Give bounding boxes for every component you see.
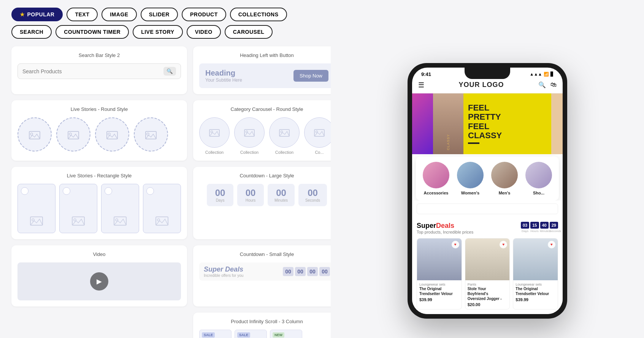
tag-text[interactable]: TEXT <box>67 8 98 21</box>
tag-product[interactable]: PRODUCT <box>182 8 226 21</box>
cd-sm-0: 00 <box>283 267 293 276</box>
phone-frame: 9:41 ▲▲▲ 📶 ▊ ☰ YOUR LOGO 🔍 🛍 <box>408 63 567 319</box>
widget-product-infinity[interactable]: Product Infinity Scroll - 3 Column SALE … <box>193 313 331 338</box>
svg-point-5 <box>108 133 110 135</box>
heart-icon-2[interactable]: ♥ <box>500 241 507 248</box>
product-card-3[interactable]: ♥ Loungewear sets The Original Trendsett… <box>513 238 558 310</box>
hero-carousel[interactable]: CLASSY FEEL PRETTY FEEL CLASSY <box>412 93 563 154</box>
products-row: ♥ Loungewear sets The Original Trendsett… <box>417 238 558 310</box>
cd-sm-3: 00 <box>319 267 330 276</box>
product-badge-3: NEW <box>273 332 284 338</box>
product-card-cat-1: Loungewear sets <box>419 283 459 286</box>
ct-days: 03 <box>521 222 529 229</box>
cd-sm-2: 00 <box>307 267 318 276</box>
ct-minutes: 40 <box>540 222 549 229</box>
category-item-1[interactable]: Collection <box>199 117 230 155</box>
collection-name-accessories: Accessories <box>424 191 449 195</box>
widget-countdown-small[interactable]: Countdown - Small Style Super Deals Incr… <box>193 245 331 306</box>
tag-countdown-timer[interactable]: COUNTDOWN TIMER <box>56 25 129 39</box>
left-panel: ★ POPULAR TEXT IMAGE SLIDER PRODUCT COLL… <box>0 0 331 338</box>
tag-carousel[interactable]: CAROUSEL <box>225 25 273 39</box>
story-rect-4[interactable] <box>143 184 181 233</box>
collection-accessories[interactable]: Accessories <box>419 162 453 195</box>
collection-womens[interactable]: Women's <box>453 162 487 195</box>
menu-icon[interactable]: ☰ <box>418 81 424 89</box>
countdown-small-brand: Super Deals <box>204 265 243 273</box>
signal-icon: ▲▲▲ <box>530 72 542 76</box>
widget-title-countdown-small: Countdown - Small Style <box>199 251 331 257</box>
tag-image[interactable]: IMAGE <box>102 8 136 21</box>
phone-wrapper: 9:41 ▲▲▲ 📶 ▊ ☰ YOUR LOGO 🔍 🛍 <box>408 63 567 319</box>
stories-round-list <box>17 117 181 152</box>
phone-notch <box>465 68 510 79</box>
search-input[interactable] <box>22 68 163 74</box>
product-card-2[interactable]: ♥ Pants Stole Your Boyfriend's Oversized… <box>465 238 510 310</box>
wifi-icon: 📶 <box>544 72 549 77</box>
widget-category-carousel[interactable]: Category Carousel - Round Style Collecti… <box>193 100 331 161</box>
product-thumb-3[interactable]: NEW <box>270 330 302 338</box>
phone-cart-icon[interactable]: 🛍 <box>550 81 557 88</box>
category-label-3: Collection <box>275 150 293 155</box>
play-button[interactable]: ▶ <box>90 272 108 291</box>
tag-live-story[interactable]: LIVE STORY <box>133 25 182 39</box>
svg-point-1 <box>30 133 33 135</box>
collection-mens[interactable]: Men's <box>487 162 522 195</box>
product-scroll-list: SALE SALE NEW <box>199 330 331 338</box>
widget-video[interactable]: Video ▶ <box>11 245 187 306</box>
tag-collections[interactable]: COLLECTIONS <box>230 8 287 21</box>
collection-shoes[interactable]: Sho... <box>522 162 556 195</box>
hero-text-block: FEEL PRETTY FEEL CLASSY <box>463 99 551 148</box>
heart-icon-3[interactable]: ♥ <box>548 241 555 248</box>
story-rect-2[interactable] <box>59 184 97 233</box>
story-rect-1[interactable] <box>17 184 56 233</box>
widget-search-bar[interactable]: Search Bar Style 2 🔍 <box>11 46 187 94</box>
tag-search[interactable]: SEARCH <box>11 25 52 39</box>
tag-popular[interactable]: ★ POPULAR <box>11 8 63 21</box>
story-circle-1[interactable] <box>17 117 52 152</box>
widget-title-product-infinity: Product Infinity Scroll - 3 Column <box>199 319 331 324</box>
widget-live-stories-round[interactable]: Live Stories - Round Style <box>11 100 187 161</box>
heading-demo: Heading Your Subtitle Here Shop Now <box>199 63 331 88</box>
collection-name-mens: Men's <box>499 191 511 195</box>
product-card-name-1: The Original Trendsetter Velour <box>419 286 459 296</box>
product-card-name-3: The Original Trendsetter Velour <box>516 286 555 296</box>
category-item-3[interactable]: Collection <box>269 117 300 155</box>
shop-now-button[interactable]: Shop Now <box>293 70 328 82</box>
search-bar-demo: 🔍 <box>17 63 181 79</box>
category-item-2[interactable]: Collection <box>234 117 265 155</box>
tag-video[interactable]: VIDEO <box>187 25 221 39</box>
phone-search-icon[interactable]: 🔍 <box>538 81 546 88</box>
story-circle-2[interactable] <box>56 117 90 152</box>
countdown-seconds: 00 Seconds <box>298 184 327 206</box>
countdown-days: 00 Days <box>207 184 233 206</box>
star-icon: ★ <box>20 11 25 17</box>
hero-slide-dark <box>412 93 433 154</box>
category-label-4: Co... <box>315 150 324 155</box>
product-card-1[interactable]: ♥ Loungewear sets The Original Trendsett… <box>417 238 462 310</box>
collection-avatar-shoes <box>525 162 552 188</box>
widget-countdown-large[interactable]: Countdown - Large Style 00 Days 00 Hours… <box>193 167 331 239</box>
tag-slider[interactable]: SLIDER <box>141 8 178 21</box>
widget-live-stories-rect[interactable]: Live Stories - Rectangle Style <box>11 167 187 239</box>
story-circle-4[interactable] <box>134 117 168 152</box>
category-label-1: Collection <box>205 150 224 155</box>
story-rect-3[interactable] <box>101 184 139 233</box>
ct-seconds: 29 <box>550 222 558 229</box>
svg-point-15 <box>316 131 318 133</box>
product-card-name-2: Stole Your Boyfriend's Oversized Jogger … <box>468 286 508 301</box>
search-submit-button[interactable]: 🔍 <box>163 67 176 76</box>
product-thumb-1[interactable]: SALE <box>199 330 232 338</box>
widget-title-live-stories-round: Live Stories - Round Style <box>17 106 181 112</box>
product-thumb-2[interactable]: SALE <box>235 330 267 338</box>
product-badge-1: SALE <box>202 332 215 338</box>
story-circle-3[interactable] <box>95 117 129 152</box>
widget-heading[interactable]: Heading Left with Button Heading Your Su… <box>193 46 331 94</box>
product-card-cat-3: Loungewear sets <box>516 283 555 286</box>
filter-tags: ★ POPULAR TEXT IMAGE SLIDER PRODUCT COLL… <box>11 8 319 39</box>
countdown-large-display: 00 Days 00 Hours 00 Minutes 00 Seconds <box>199 184 331 206</box>
category-item-4[interactable]: Co... <box>304 117 331 155</box>
widget-title-search: Search Bar Style 2 <box>17 52 181 58</box>
heart-icon-1[interactable]: ♥ <box>452 241 459 248</box>
collection-avatar-womens <box>457 162 484 188</box>
stories-rect-list <box>17 184 181 233</box>
